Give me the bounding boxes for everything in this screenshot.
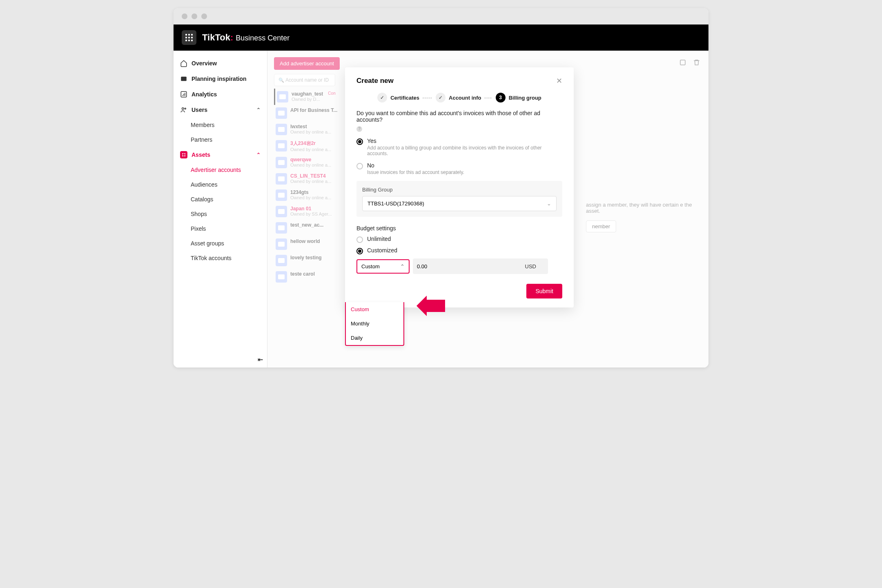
radio-no[interactable]: No Issue invoices for this ad account se… (356, 162, 562, 175)
home-icon (180, 60, 187, 67)
radio-yes-desc: Add account to a billing group and combi… (367, 145, 562, 156)
budget-period-value: Custom (361, 263, 380, 270)
apps-grid-icon[interactable] (182, 30, 196, 45)
radio-unlimited-input[interactable] (356, 236, 363, 243)
currency-label: USD (525, 263, 536, 270)
radio-customized[interactable]: Customized (356, 247, 562, 254)
dropdown-option[interactable]: Custom (346, 302, 403, 316)
sidebar-label: Assets (192, 151, 210, 158)
modal-title: Create new (356, 77, 394, 85)
window-dot (201, 13, 207, 19)
dropdown-option[interactable]: Monthly (346, 316, 403, 331)
chevron-up-icon: ⌃ (256, 107, 261, 113)
stepper: ✓ Certificates ••••• ✓ Account info ••••… (356, 93, 562, 102)
sidebar-sub-catalogs[interactable]: Catalogs (174, 192, 267, 207)
sidebar-label: Analytics (192, 91, 217, 98)
budget-period-select[interactable]: Custom ⌃ (356, 259, 410, 274)
svg-point-3 (185, 108, 186, 109)
step-1-label: Certificates (390, 95, 419, 101)
analytics-icon (180, 91, 187, 98)
svg-point-2 (182, 108, 184, 110)
brand-logo: TikTok:Business Center (202, 32, 290, 43)
assets-icon (180, 151, 187, 158)
step-1-circle: ✓ (377, 93, 387, 102)
sidebar-item-assets[interactable]: Assets ⌃ (174, 147, 267, 163)
billing-group-box: Billing Group TTBS1-USD(17290368) ⌄ (356, 181, 562, 217)
billing-group-select[interactable]: TTBS1-USD(17290368) ⌄ (362, 196, 557, 211)
sidebar-label: Users (192, 107, 207, 113)
chevron-down-icon: ⌄ (547, 200, 551, 207)
sidebar-sub-asset-groups[interactable]: Asset groups (174, 236, 267, 251)
radio-yes-label: Yes (367, 138, 562, 144)
annotation-arrow (416, 296, 445, 318)
step-2-circle: ✓ (436, 93, 445, 102)
budget-period-dropdown: CustomMonthlyDaily (345, 302, 404, 346)
submit-button[interactable]: Submit (526, 284, 562, 298)
dropdown-option[interactable]: Daily (346, 331, 403, 345)
sidebar-item-overview[interactable]: Overview (174, 56, 267, 71)
sidebar-sub-partners[interactable]: Partners (174, 132, 267, 147)
browser-chrome (174, 8, 708, 24)
sidebar-sub-pixels[interactable]: Pixels (174, 221, 267, 236)
budget-settings-title: Budget settings (356, 225, 562, 232)
sidebar-sub-tiktok-accounts[interactable]: TikTok accounts (174, 251, 267, 265)
topbar: TikTok:Business Center (174, 24, 708, 51)
radio-yes[interactable]: Yes Add account to a billing group and c… (356, 138, 562, 156)
chevron-up-icon: ⌃ (256, 152, 261, 158)
users-icon (180, 106, 187, 114)
create-new-modal: Create new ✕ ✓ Certificates ••••• ✓ Acco… (345, 67, 574, 307)
step-dots: ••••• (423, 96, 432, 100)
svg-rect-0 (181, 77, 187, 81)
svg-point-5 (185, 153, 185, 154)
sidebar-sub-shops[interactable]: Shops (174, 207, 267, 221)
sidebar-label: Planning inspiration (192, 76, 247, 82)
svg-point-4 (182, 153, 183, 154)
radio-unlimited[interactable]: Unlimited (356, 236, 562, 243)
window-dot (192, 13, 197, 19)
collapse-sidebar-icon[interactable]: ⇤ (258, 356, 263, 363)
sidebar-sub-audiences[interactable]: Audiences (174, 177, 267, 192)
svg-point-6 (182, 156, 183, 156)
radio-no-input[interactable] (356, 163, 363, 169)
step-2-label: Account info (449, 95, 481, 101)
brand-subtitle: Business Center (236, 34, 290, 42)
svg-point-7 (185, 156, 185, 156)
radio-no-label: No (367, 162, 562, 169)
radio-unlimited-label: Unlimited (367, 236, 391, 242)
radio-customized-label: Customized (367, 247, 397, 254)
app: TikTok:Business Center Overview Planning… (174, 24, 708, 368)
sidebar-label: Overview (192, 60, 217, 67)
billing-group-label: Billing Group (362, 187, 557, 193)
sidebar-item-users[interactable]: Users ⌃ (174, 102, 267, 118)
sidebar-sub-advertiser-accounts[interactable]: Advertiser accounts (174, 163, 267, 177)
browser-frame: TikTok:Business Center Overview Planning… (174, 8, 708, 368)
step-3-circle: 3 (496, 93, 506, 102)
help-icon[interactable]: ? (356, 126, 362, 132)
chevron-up-icon: ⌃ (400, 263, 405, 270)
planning-icon (180, 75, 187, 82)
step-dots: •••• (484, 96, 492, 100)
radio-no-desc: Issue invoices for this ad account separ… (367, 169, 562, 175)
step-3-label: Billing group (509, 95, 541, 101)
window-dot (182, 13, 187, 19)
close-icon[interactable]: ✕ (556, 76, 562, 85)
combine-invoices-question: Do you want to combine this ad account's… (356, 110, 562, 123)
sidebar: Overview Planning inspiration Analytics (174, 51, 267, 368)
sidebar-item-analytics[interactable]: Analytics (174, 87, 267, 102)
sidebar-item-planning[interactable]: Planning inspiration (174, 71, 267, 87)
radio-customized-input[interactable] (356, 248, 363, 254)
sidebar-sub-members[interactable]: Members (174, 118, 267, 132)
brand-text: TikTok (202, 32, 230, 42)
billing-group-value: TTBS1-USD(17290368) (368, 200, 424, 207)
radio-yes-input[interactable] (356, 138, 363, 145)
